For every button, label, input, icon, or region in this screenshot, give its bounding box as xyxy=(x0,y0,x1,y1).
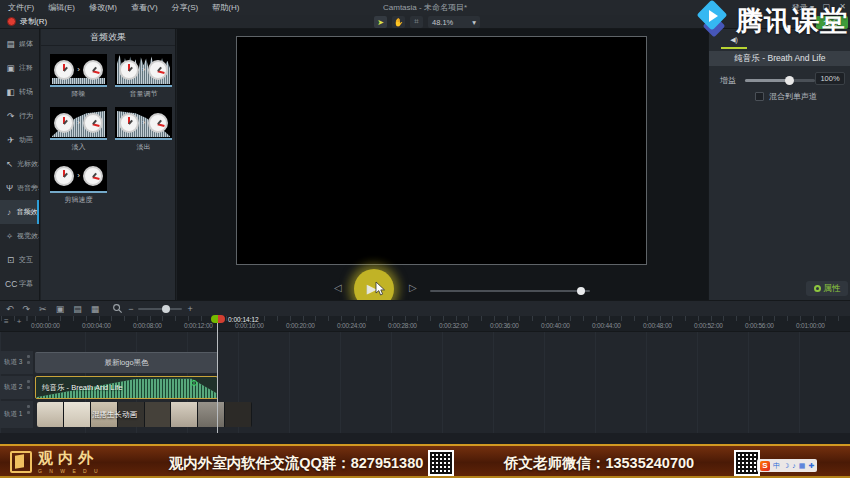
playhead-handle[interactable] xyxy=(211,315,225,323)
timeline-zoom-handle[interactable] xyxy=(162,305,170,313)
sogou-logo-icon[interactable]: S xyxy=(760,461,770,471)
playhead-line[interactable] xyxy=(217,323,218,433)
track-header[interactable]: 轨道 3 xyxy=(0,351,33,374)
gnw-logo-icon xyxy=(10,451,32,473)
timeline-zoom-out-button[interactable]: − xyxy=(128,304,133,314)
sidebar-item[interactable]: ◧ 转场 xyxy=(0,80,39,104)
track-toggle-icons[interactable] xyxy=(27,355,30,364)
record-label: 录制(R) xyxy=(20,16,47,27)
fade-handle[interactable] xyxy=(191,380,197,386)
menu-item[interactable]: 文件(F) xyxy=(8,2,34,13)
sidebar-item-label: 语音旁... xyxy=(17,183,39,193)
gnw-logo-text: 观内外 xyxy=(38,449,101,468)
view-tool-button[interactable]: ✋ xyxy=(392,16,405,28)
track-header[interactable]: 轨道 1 xyxy=(0,401,33,428)
sidebar-item[interactable]: CC 字幕 xyxy=(0,272,39,296)
gain-slider-handle[interactable] xyxy=(785,76,794,85)
effect-card[interactable]: › 淡入 xyxy=(50,107,107,152)
sidebar-item[interactable]: ↷ 行为 xyxy=(0,104,39,128)
sidebar-item[interactable]: ↖ 光标效... xyxy=(0,152,39,176)
view-tool-button[interactable]: ⌗ xyxy=(410,16,423,28)
sidebar-item-label: 行为 xyxy=(19,111,33,121)
step-back-button[interactable]: ◁ xyxy=(334,282,342,293)
sidebar-item[interactable]: ✧ 视觉效... xyxy=(0,224,39,248)
track-options-icon[interactable]: ≡ xyxy=(4,317,9,326)
effect-card[interactable]: › 淡出 xyxy=(115,107,172,152)
view-tool-button[interactable]: ➤ xyxy=(374,16,387,28)
effect-card[interactable]: › 音量调节 xyxy=(115,54,172,99)
redo-icon[interactable]: ↷ xyxy=(23,304,31,314)
panel-title: 音频效果 xyxy=(41,29,175,46)
undo-icon[interactable]: ↶ xyxy=(6,304,14,314)
menu-item[interactable]: 编辑(E) xyxy=(48,2,75,13)
timeline-bottom-strip xyxy=(0,433,850,444)
ruler-time-label: 0:00:00:00 xyxy=(31,322,60,329)
audio-effects-icon: ♪ xyxy=(5,207,13,217)
tool-row: 录制(R) ➤✋⌗ 48.1% ▾ xyxy=(0,15,850,29)
sidebar-item[interactable]: ✈ 动画 xyxy=(0,128,39,152)
sidebar-item[interactable]: ▤ 媒体 xyxy=(0,32,39,56)
mix-to-mono-checkbox[interactable] xyxy=(755,92,764,101)
sidebar-item[interactable]: ♪ 音频效... xyxy=(0,200,39,224)
sogou-ime-toolbar[interactable]: S 中☽♪▦✚ xyxy=(757,459,817,472)
effect-card[interactable]: › 剪辑速度 xyxy=(50,160,107,205)
effects-grid: › 降噪 › 音量调节 xyxy=(41,46,175,205)
ime-moon-icon[interactable]: ☽ xyxy=(783,462,789,470)
ime-toolbox-icon[interactable]: ✚ xyxy=(808,462,814,470)
scrubber-handle[interactable] xyxy=(577,287,585,295)
canvas-zoom-dropdown[interactable]: 48.1% ▾ xyxy=(428,16,480,28)
menu-item[interactable]: 分享(S) xyxy=(172,2,199,13)
behaviors-icon: ↷ xyxy=(5,111,16,121)
playback-controls: ◁ ▶ ▷ xyxy=(177,278,708,300)
properties-toggle-button[interactable]: 属性 xyxy=(806,281,848,296)
copy-icon[interactable]: ▣ xyxy=(56,304,65,314)
record-button[interactable]: 录制(R) xyxy=(7,16,47,27)
audio-tab[interactable]: ◀) xyxy=(721,33,747,49)
logo-clip[interactable]: 最新logo黑色 xyxy=(35,352,218,373)
sidebar-item[interactable]: ▣ 注释 xyxy=(0,56,39,80)
ruler-time-label: 0:00:08:00 xyxy=(133,322,162,329)
effect-thumbnail: › xyxy=(50,107,107,140)
gain-value[interactable]: 100% xyxy=(815,72,845,85)
effect-card[interactable]: › 降噪 xyxy=(50,54,107,99)
menu-item[interactable]: 修改(M) xyxy=(89,2,117,13)
gain-slider[interactable] xyxy=(745,79,815,82)
ruler-time-label: 0:00:48:00 xyxy=(643,322,672,329)
timeline-zoom-in-button[interactable]: + xyxy=(187,304,192,314)
track-toggle-icons[interactable] xyxy=(27,380,30,389)
clock-speed-graphic: › xyxy=(50,160,107,191)
cut-icon[interactable]: ✂ xyxy=(39,304,47,314)
effect-thumbnail: › xyxy=(50,54,107,87)
add-track-button[interactable]: + xyxy=(17,317,22,326)
chevron-down-icon: ▾ xyxy=(472,18,476,27)
ime-mic-icon[interactable]: ♪ xyxy=(792,462,796,469)
timeline-ruler[interactable]: 0:00:00:000:00:04:000:00:08:000:00:12:00… xyxy=(0,316,850,332)
effect-label: 剪辑速度 xyxy=(50,195,107,205)
media-icon: ▤ xyxy=(5,39,16,49)
video-thumbnail xyxy=(37,402,64,427)
menu-item[interactable]: 帮助(H) xyxy=(212,2,239,13)
timeline-zoom-slider[interactable] xyxy=(138,308,182,310)
sidebar-item[interactable]: ⊡ 交互 xyxy=(0,248,39,272)
audio-clip-selected[interactable]: 纯音乐 - Breath And Life xyxy=(35,376,218,399)
ruler-time-label: 0:00:24:00 xyxy=(337,322,366,329)
audio-effects-panel: 音频效果 › 降噪 › xyxy=(41,29,176,300)
track-toggle-icons[interactable] xyxy=(27,405,30,414)
window-control[interactable]: ▢ xyxy=(823,2,831,11)
clock-speed-graphic: › xyxy=(50,54,107,85)
ime-lang-icon[interactable]: 中 xyxy=(773,461,780,471)
window-control[interactable]: – xyxy=(809,2,813,11)
step-forward-button[interactable]: ▷ xyxy=(409,282,417,293)
ime-keyboard-icon[interactable]: ▦ xyxy=(799,462,806,470)
split-icon[interactable]: ▦ xyxy=(91,304,100,314)
video-clip[interactable]: 混搭生长动画 xyxy=(37,402,252,427)
track-header[interactable]: 轨道 2 xyxy=(0,376,33,399)
paste-icon[interactable]: ▤ xyxy=(73,304,82,314)
window-control[interactable]: ✕ xyxy=(839,2,846,11)
menu-item[interactable]: 查看(V) xyxy=(131,2,158,13)
sidebar-item-label: 交互 xyxy=(19,255,33,265)
sidebar-item[interactable]: Ψ 语音旁... xyxy=(0,176,39,200)
preview-stage[interactable] xyxy=(236,36,647,265)
preview-scrubber[interactable] xyxy=(430,290,590,292)
share-button[interactable]: 分享 xyxy=(816,16,848,29)
